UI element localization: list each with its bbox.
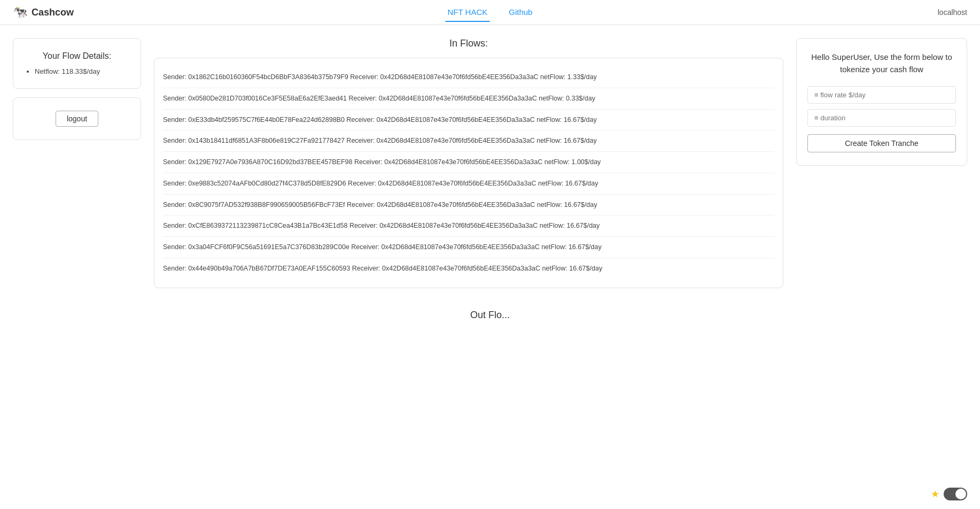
tokenize-card: Hello SuperUser, Use the form below to t… [796,38,967,166]
header: 🐄 Cashcow NFT HACK Github localhost [0,0,980,25]
flow-item: Sender: 0x3a04FCF6f0F9C56a51691E5a7C376D… [163,237,774,258]
flow-item: Sender: 0x8C9075f7AD532f938B8F990659005B… [163,195,774,216]
nav-item-nft-hack[interactable]: NFT HACK [446,3,490,22]
app-name: Cashcow [32,7,74,18]
flow-details-card: Your Flow Details: Netflow: 118.33$/day [13,38,141,89]
flow-item: Sender: 0x1862C16b0160360F54bcD6BbF3A836… [163,67,774,88]
main-content: Your Flow Details: Netflow: 118.33$/day … [0,25,980,301]
create-token-tranche-button[interactable]: Create Token Tranche [807,134,956,152]
logo-emoji: 🐄 [13,5,27,19]
netflow-item: Netflow: 118.33$/day [35,67,132,75]
flow-details-title: Your Flow Details: [22,51,132,61]
center-panel: In Flows: Sender: 0x1862C16b0160360F54bc… [154,38,783,288]
nav-item-github[interactable]: Github [507,3,534,22]
flow-item: Sender: 0x143b18411df6851A3F8b06e819C27F… [163,130,774,152]
in-flows-card: Sender: 0x1862C16b0160360F54bcD6BbF3A836… [154,58,783,288]
main-nav: NFT HACK Github [446,3,535,22]
flow-rate-input[interactable] [807,86,956,104]
flow-details-list: Netflow: 118.33$/day [22,67,132,75]
logout-button[interactable]: logout [56,111,98,127]
flow-item: Sender: 0x44e490b49a706A7bB67Df7DE73A0EA… [163,258,774,279]
flow-item: Sender: 0x129E7927A0e7936A870C16D92bd37B… [163,152,774,173]
out-flows-title: Out Flo... [0,301,980,325]
flow-item: Sender: 0xCfE8639372113239871cC8Cea43B1a… [163,215,774,237]
flow-item: Sender: 0xe9883c52074aAFb0Cd80d27f4C378d… [163,173,774,195]
hostname: localhost [938,8,967,17]
logout-card: logout [13,97,141,140]
duration-input[interactable] [807,109,956,127]
in-flows-title: In Flows: [154,38,783,49]
app-logo: 🐄 Cashcow [13,5,74,19]
right-panel: Hello SuperUser, Use the form below to t… [796,38,967,166]
flow-item: Sender: 0xE33db4bf259575C7f6E44b0E78Fea2… [163,110,774,131]
left-panel: Your Flow Details: Netflow: 118.33$/day … [13,38,141,140]
tokenize-greeting: Hello SuperUser, Use the form below to t… [807,51,956,75]
flow-item: Sender: 0x0580De281D703f0016Ce3F5E58aE6a… [163,88,774,110]
